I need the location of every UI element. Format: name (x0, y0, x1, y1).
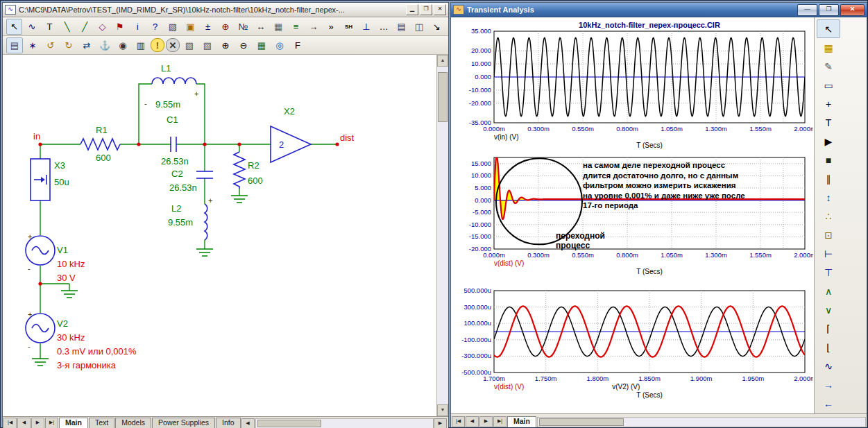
ref-L1[interactable]: L1 (161, 63, 171, 74)
first-page-button[interactable]: |◀ (452, 416, 465, 427)
help-tool[interactable]: ? (147, 19, 163, 35)
region-select-tool[interactable]: ▧ (164, 19, 180, 35)
shape-menu-button[interactable]: ▦ (817, 38, 840, 57)
tab-main[interactable]: Main (59, 418, 88, 428)
capacitor-C1[interactable] (171, 137, 176, 152)
select-tool[interactable]: ↖ (6, 19, 22, 35)
info-tool[interactable]: i (130, 19, 146, 35)
close-button[interactable]: ✕ (840, 4, 865, 16)
grid-tool[interactable]: ▦ (270, 19, 286, 35)
stop-button[interactable]: ■ (817, 151, 840, 169)
value-V1-volt[interactable]: 30 V (57, 273, 76, 283)
node-label-dist[interactable]: dist (340, 132, 355, 143)
scroll-thumb[interactable] (438, 72, 448, 122)
value-V1-freq[interactable]: 10 kHz (57, 259, 85, 269)
info-circle-button[interactable]: ! (151, 38, 164, 52)
resistor-R2[interactable] (234, 152, 245, 189)
flag-tool[interactable]: ⚑ (112, 19, 128, 35)
scroll-up-arrow[interactable]: ▲ (437, 55, 448, 67)
zoom-in-button[interactable]: ⊕ (217, 37, 234, 53)
cursor-mode-tool[interactable]: ↘ (429, 19, 445, 35)
first-page-button[interactable]: |◀ (3, 418, 17, 428)
data-points-button[interactable]: ∴ (817, 207, 840, 225)
value-V2-level[interactable]: 0.3 mV или 0,001% (57, 346, 137, 357)
tab-text[interactable]: Text (89, 418, 114, 428)
value-X3[interactable]: 50u (54, 177, 69, 187)
annotate-tool[interactable]: ✎ (817, 57, 840, 76)
zoom-out-button[interactable]: ⊖ (235, 37, 252, 53)
find-button[interactable]: ◉ (114, 37, 131, 53)
tab-models[interactable]: Models (115, 418, 151, 428)
pan-button[interactable]: ∗ (24, 37, 41, 53)
font-button[interactable]: F (289, 37, 306, 53)
low-button[interactable]: ⌊ (817, 338, 840, 357)
scroll-thumb[interactable] (257, 420, 321, 427)
terminal-tool[interactable]: ⊥ (358, 19, 374, 35)
ref-V1[interactable]: V1 (57, 245, 68, 255)
node-numbers-tool[interactable]: № (235, 19, 251, 35)
ref-C2[interactable]: C2 (171, 169, 183, 179)
scroll-track[interactable] (255, 418, 434, 428)
scroll-track[interactable] (537, 417, 866, 427)
restore-button[interactable]: ❐ (420, 4, 432, 15)
horizontal-tag-button[interactable]: ⊢ (817, 244, 840, 263)
wire-tool[interactable]: ╲ (59, 19, 75, 35)
vertical-scrollbar[interactable]: ▲ ▼ (436, 55, 448, 416)
valley-button[interactable]: ∨ (817, 300, 840, 319)
scroll-right-arrow[interactable]: ▶ (434, 418, 447, 428)
value-R1[interactable]: 600 (96, 153, 111, 163)
prev-page-button[interactable]: ◀ (17, 418, 31, 428)
sheet-tool[interactable]: ▤ (393, 19, 409, 35)
cursor-mode-button[interactable]: + (817, 94, 840, 113)
vertical-tag-button[interactable]: ⊤ (817, 263, 840, 282)
next-page-button[interactable]: ▶ (479, 416, 493, 427)
inductor-L1[interactable] (152, 78, 196, 84)
capacitor-C2[interactable] (196, 171, 213, 178)
next-page-button[interactable]: ▶ (31, 418, 44, 428)
tab-power-supplies[interactable]: Power Supplies (152, 418, 215, 428)
inductor-L2[interactable] (205, 204, 207, 240)
diagonal-wire-tool[interactable]: ╱ (76, 19, 92, 35)
horizontal-scrollbar[interactable] (537, 417, 866, 427)
minimize-button[interactable]: ▁ (406, 4, 418, 15)
redo-button[interactable]: ↻ (60, 37, 77, 53)
node-label-in[interactable]: in (33, 131, 40, 142)
copy-page-button[interactable]: ▧ (181, 37, 198, 53)
schematic-canvas[interactable]: in dist R1 600 L1 9.55m C1 26.53n C2 26.… (3, 55, 448, 416)
ref-C1[interactable]: C1 (167, 114, 178, 125)
value-V2-harmonic[interactable]: 3-я гармоника (57, 360, 117, 370)
slider-button[interactable]: ↕ (817, 188, 840, 207)
go-to-y-button[interactable]: ← (817, 394, 840, 413)
paste-page-button[interactable]: ▨ (199, 37, 216, 53)
measure-tool[interactable]: ↔ (253, 19, 269, 35)
text-box-tool[interactable]: ▣ (182, 19, 198, 35)
text-tool[interactable]: T (817, 113, 840, 132)
properties-button[interactable]: ▤ (6, 37, 23, 53)
sh-tool[interactable]: SH (341, 19, 357, 35)
polarity-tool[interactable]: ± (200, 19, 216, 35)
value-V2-freq[interactable]: 30 kHz (57, 332, 85, 343)
pause-button[interactable]: ∥ (817, 169, 840, 188)
last-page-button[interactable]: ▶| (45, 418, 58, 428)
value-R2[interactable]: 600 (248, 176, 263, 186)
inflection-button[interactable]: ∿ (817, 357, 840, 375)
tab-info[interactable]: Info (216, 418, 241, 428)
crosshair-tool[interactable]: ⊕ (217, 19, 233, 35)
transient-titlebar[interactable]: ∿ Transient Analysis — ❐ ✕ (451, 3, 867, 17)
ref-V2[interactable]: V2 (57, 318, 68, 329)
ref-X3[interactable]: X3 (54, 160, 65, 171)
opamp-X2[interactable] (271, 126, 311, 162)
delay-X3[interactable] (31, 159, 50, 200)
web-button[interactable]: ◎ (271, 37, 288, 53)
value-C1[interactable]: 26.53n (161, 156, 189, 166)
high-button[interactable]: ⌈ (817, 319, 840, 338)
ref-R1[interactable]: R1 (96, 125, 108, 135)
maximize-button[interactable]: ❐ (819, 4, 839, 16)
close-circle-button[interactable]: ✕ (166, 38, 180, 52)
split-view-tool[interactable]: ◫ (411, 19, 427, 35)
last-page-button[interactable]: ▶| (493, 416, 507, 427)
image-button[interactable]: ▦ (253, 37, 270, 53)
text-tool[interactable]: T (42, 19, 58, 35)
monitor-button[interactable]: ▥ (133, 37, 149, 53)
tokens-button[interactable]: ⊡ (817, 225, 840, 244)
